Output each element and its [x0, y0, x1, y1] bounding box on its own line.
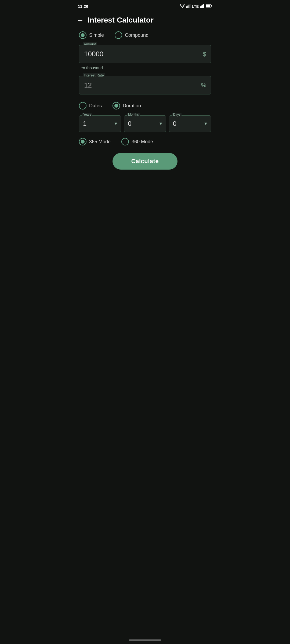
compound-radio[interactable]: Compound	[115, 31, 148, 39]
svg-rect-10	[211, 5, 212, 6]
svg-rect-3	[189, 5, 189, 8]
mode360-label: 360 Mode	[132, 139, 153, 145]
page-title: Interest Calculator	[88, 16, 154, 24]
months-value: 0	[128, 120, 131, 127]
calc-mode-row: 365 Mode 360 Mode	[79, 138, 211, 145]
years-value: 1	[83, 120, 86, 127]
svg-rect-5	[200, 6, 201, 8]
svg-rect-11	[206, 5, 210, 7]
amount-value: 10000	[84, 50, 103, 58]
days-wrapper: Days 0 ▼	[169, 115, 211, 132]
days-label: Days	[172, 113, 182, 116]
months-wrapper: Months 0 ▼	[124, 115, 166, 132]
amount-field-wrapper: Amount 10000 $	[79, 45, 211, 63]
days-value: 0	[173, 120, 176, 127]
dates-label: Dates	[89, 103, 102, 109]
mode365-label: 365 Mode	[89, 139, 111, 145]
signal-icon	[186, 4, 191, 9]
interest-rate-wrapper: Interest Rate 12 %	[79, 76, 211, 94]
main-content: Simple Compound Amount 10000 $ ten thous…	[73, 29, 218, 180]
lte-label: LTE	[192, 4, 199, 9]
signal-icon-2	[200, 4, 204, 9]
svg-rect-7	[202, 5, 203, 8]
mode365-radio[interactable]: 365 Mode	[79, 138, 111, 145]
back-button[interactable]: ←	[77, 17, 84, 24]
status-icons: LTE	[180, 4, 212, 9]
svg-rect-1	[186, 6, 187, 8]
interest-rate-label: Interest Rate	[83, 73, 105, 77]
dates-radio-circle	[79, 102, 86, 109]
years-label: Years	[82, 113, 92, 116]
months-chevron-icon: ▼	[159, 121, 163, 126]
interest-rate-input[interactable]: 12	[79, 76, 211, 94]
status-time: 11:26	[78, 4, 88, 9]
duration-row: Years 1 ▼ Months 0 ▼ Days 0 ▼	[79, 115, 211, 132]
years-wrapper: Years 1 ▼	[79, 115, 121, 132]
svg-rect-6	[201, 5, 202, 8]
compound-radio-circle	[115, 31, 122, 39]
compound-label: Compound	[125, 32, 148, 38]
simple-radio[interactable]: Simple	[79, 31, 104, 39]
mode360-radio-circle	[121, 138, 129, 145]
calculate-button[interactable]: Calculate	[113, 153, 177, 170]
wifi-icon	[180, 4, 185, 9]
svg-rect-4	[190, 4, 190, 8]
amount-suffix: $	[203, 51, 206, 58]
months-label: Months	[127, 113, 140, 116]
simple-label: Simple	[89, 32, 104, 38]
mode365-radio-circle	[79, 138, 86, 145]
amount-input[interactable]: 10000	[79, 45, 211, 63]
duration-radio[interactable]: Duration	[113, 102, 141, 109]
amount-words: ten thousand	[79, 65, 211, 70]
duration-radio-circle	[113, 102, 120, 109]
dates-radio[interactable]: Dates	[79, 102, 102, 109]
svg-rect-8	[203, 4, 204, 8]
days-chevron-icon: ▼	[204, 121, 208, 126]
interest-type-row: Simple Compound	[79, 31, 211, 39]
mode360-radio[interactable]: 360 Mode	[121, 138, 153, 145]
header: ← Interest Calculator	[73, 11, 218, 29]
status-bar: 11:26 LTE	[73, 0, 218, 11]
interest-rate-suffix: %	[201, 82, 206, 89]
interest-rate-value: 12	[84, 81, 92, 89]
battery-icon	[206, 4, 212, 9]
date-duration-row: Dates Duration	[79, 102, 211, 109]
simple-radio-circle	[79, 31, 86, 39]
svg-point-0	[182, 7, 183, 8]
duration-label: Duration	[123, 103, 141, 109]
years-chevron-icon: ▼	[114, 121, 118, 126]
svg-rect-2	[187, 5, 188, 8]
amount-label: Amount	[83, 42, 97, 46]
